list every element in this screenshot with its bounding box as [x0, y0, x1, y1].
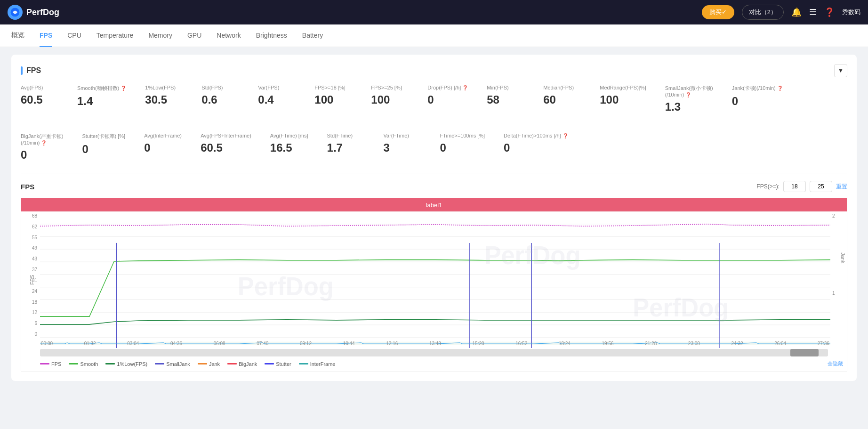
- stat-value-1plow: 30.5: [145, 93, 183, 106]
- stat-std-fps: Std(FPS) 0.6: [201, 85, 249, 113]
- stat-value-bigjank: 0: [21, 148, 63, 162]
- svg-text:PerfDog: PerfDog: [238, 272, 334, 301]
- reset-button[interactable]: 重置: [836, 183, 847, 191]
- fps-gte-label: FPS(>=):: [756, 183, 780, 190]
- legend-smalljank-line: [155, 363, 164, 364]
- svg-text:PerfDog: PerfDog: [633, 293, 729, 322]
- stat-jank: Jank(卡顿)(/10min) ❓ 0: [732, 85, 792, 113]
- buy-button[interactable]: 购买✓: [702, 5, 734, 19]
- stat-avg-ftime: Avg(FTime) [ms] 16.5: [270, 133, 318, 162]
- stat-label-median: Median(FPS): [543, 85, 581, 90]
- stat-bigjank: BigJank(严重卡顿)(/10min) ❓ 0: [21, 133, 72, 162]
- legend-fps: FPS: [40, 361, 61, 367]
- stat-label-smooth: Smooth(稳帧指数) ❓: [77, 85, 126, 92]
- header-left: PerfDog: [8, 5, 59, 20]
- user-text[interactable]: 秀数码: [842, 8, 860, 16]
- stat-avg-fps: Avg(FPS) 60.5: [21, 85, 68, 113]
- legend-1plow-label: 1%Low(FPS): [117, 361, 147, 367]
- stat-value-jank: 0: [732, 95, 783, 108]
- delta-help-icon[interactable]: ❓: [563, 133, 568, 138]
- stat-value-var-ftime: 3: [384, 141, 421, 154]
- fps-y-label: FPS: [29, 275, 35, 284]
- stat-value-stutter: 0: [82, 143, 125, 156]
- nav-item-cpu[interactable]: CPU: [67, 24, 81, 47]
- header: PerfDog 购买✓ 对比（2） 🔔 ☰ ❓ 秀数码: [0, 0, 868, 24]
- stat-var-fps: Var(FPS) 0.4: [258, 85, 305, 113]
- stat-value-ftime100: 0: [440, 141, 485, 154]
- chart-label1-text: label1: [426, 202, 442, 209]
- section-title-text: FPS: [26, 66, 41, 75]
- chart-scrollbar[interactable]: [40, 349, 828, 356]
- stat-fps-gte18: FPS>=18 [%] 100: [314, 85, 362, 113]
- nav-item-gpu[interactable]: GPU: [187, 24, 201, 47]
- title-bar-decoration: [21, 66, 23, 75]
- stat-avg-interframe: Avg(InterFrame) 0: [144, 133, 191, 162]
- collapse-button[interactable]: ▼: [834, 64, 847, 77]
- smooth-help-icon[interactable]: ❓: [121, 86, 126, 91]
- stat-value-avg-ftime: 16.5: [270, 141, 308, 154]
- nav-item-memory[interactable]: Memory: [148, 24, 172, 47]
- hide-all-button[interactable]: 全隐藏: [828, 360, 847, 367]
- nav-item-fps[interactable]: FPS: [40, 24, 52, 47]
- drop-help-icon[interactable]: ❓: [462, 85, 468, 90]
- nav-bar: 概览 FPS CPU Temperature Memory GPU Networ…: [0, 24, 868, 47]
- chart-svg-area[interactable]: FPS: [40, 211, 830, 348]
- stat-label-fps25: FPS>=25 [%]: [371, 85, 409, 90]
- legend-bigjank-line: [227, 363, 237, 364]
- stat-value-smooth: 1.4: [77, 95, 126, 108]
- stat-value-smalljank: 1.3: [665, 100, 713, 113]
- scrollbar-thumb[interactable]: [790, 349, 819, 356]
- stat-var-ftime: Var(FTime) 3: [384, 133, 431, 162]
- legend-smooth: Smooth: [69, 361, 98, 367]
- stat-min-fps: Min(FPS) 58: [487, 85, 534, 113]
- nav-item-overview[interactable]: 概览: [11, 24, 24, 47]
- stat-value-min: 58: [487, 93, 524, 106]
- legend-smalljank: SmallJank: [155, 361, 190, 367]
- main-content: FPS ▼ Avg(FPS) 60.5 Smooth(稳帧指数) ❓ 1.4 1…: [0, 47, 868, 389]
- bigjank-help-icon[interactable]: ❓: [41, 140, 47, 146]
- logo-icon: [8, 5, 23, 20]
- legend-interframe-label: InterFrame: [310, 361, 336, 367]
- stat-smalljank: SmallJank(微小卡顿)(/10min) ❓ 1.3: [665, 85, 723, 113]
- stat-value-fps18: 100: [314, 93, 352, 106]
- nav-item-temperature[interactable]: Temperature: [96, 24, 134, 47]
- compare-button[interactable]: 对比（2）: [742, 5, 784, 20]
- stat-label-std-ftime: Std(FTime): [327, 133, 365, 138]
- stats-row-1: Avg(FPS) 60.5 Smooth(稳帧指数) ❓ 1.4 1%Low(F…: [21, 85, 847, 125]
- legend-smalljank-label: SmallJank: [166, 361, 190, 367]
- stat-label-avg-fps: Avg(FPS): [21, 85, 58, 90]
- jank-help-icon[interactable]: ❓: [777, 86, 783, 91]
- legend-smooth-label: Smooth: [80, 361, 98, 367]
- fps-threshold-input-2[interactable]: [810, 181, 832, 192]
- help-icon[interactable]: ❓: [824, 7, 835, 17]
- chart-legend: FPS Smooth 1%Low(FPS) SmallJank Jank: [21, 356, 847, 371]
- y-axis-right: 2 1 Jank: [830, 211, 847, 348]
- legend-1plow-line: [105, 363, 115, 364]
- stats-row-2: BigJank(严重卡顿)(/10min) ❓ 0 Stutter(卡顿率) […: [21, 133, 847, 173]
- stat-label-min: Min(FPS): [487, 85, 524, 90]
- stat-delta-ftime: Delta(FTime)>100ms [/h] ❓ 0: [504, 133, 578, 162]
- legend-jank-label: Jank: [209, 361, 220, 367]
- stat-fps-gte25: FPS>=25 [%] 100: [371, 85, 418, 113]
- stat-label-fps18: FPS>=18 [%]: [314, 85, 352, 90]
- menu-icon[interactable]: ☰: [809, 7, 817, 17]
- stat-label-ftime100: FTime>=100ms [%]: [440, 133, 485, 138]
- logo-text: PerfDog: [26, 8, 59, 17]
- stat-label-medrange: MedRange(FPS)[%]: [600, 85, 646, 90]
- nav-item-network[interactable]: Network: [217, 24, 241, 47]
- fps-threshold-input-1[interactable]: [783, 181, 806, 192]
- legend-smooth-line: [69, 363, 78, 364]
- stat-ftime-gte100: FTime>=100ms [%] 0: [440, 133, 495, 162]
- stat-label-jank: Jank(卡顿)(/10min) ❓: [732, 85, 783, 92]
- nav-item-battery[interactable]: Battery: [302, 24, 323, 47]
- stat-drop-fps: Drop(FPS) [/h] ❓ 0: [427, 85, 477, 113]
- stat-value-avg-fps: 60.5: [21, 93, 58, 106]
- chart-container: label1 68 62 55 49 43 37 31 24 18: [21, 198, 847, 372]
- legend-fps-label: FPS: [51, 361, 61, 367]
- stat-value-avg-interframe: 0: [144, 141, 182, 154]
- legend-fps-line: [40, 363, 49, 364]
- nav-item-brightness[interactable]: Brightness: [256, 24, 287, 47]
- notification-icon[interactable]: 🔔: [791, 7, 802, 17]
- svg-text:PerfDog: PerfDog: [484, 240, 580, 269]
- smalljank-help-icon[interactable]: ❓: [685, 92, 691, 97]
